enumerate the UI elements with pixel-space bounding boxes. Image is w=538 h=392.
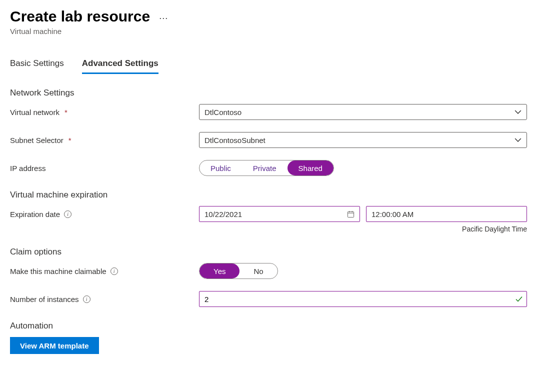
label-virtual-network-text: Virtual network [10, 108, 60, 116]
timezone-note: Pacific Daylight Time [10, 225, 527, 233]
calendar-icon [347, 210, 354, 218]
input-number-of-instances[interactable] [199, 291, 527, 307]
tabs: Basic Settings Advanced Settings [10, 58, 528, 74]
info-icon[interactable]: i [110, 268, 118, 275]
toggle-ip-address: Public Private Shared [199, 160, 334, 176]
tab-advanced-settings[interactable]: Advanced Settings [82, 58, 158, 74]
chevron-down-icon [514, 136, 522, 144]
label-make-claimable-text: Make this machine claimable [10, 267, 106, 276]
pill-ip-private[interactable]: Private [242, 160, 288, 176]
pill-claimable-no[interactable]: No [240, 264, 277, 278]
section-vm-expiration: Virtual machine expiration [10, 190, 528, 200]
required-indicator: * [68, 136, 72, 144]
toggle-claimable: Yes No [199, 263, 278, 279]
info-icon[interactable]: i [64, 210, 72, 218]
info-icon[interactable]: i [83, 296, 90, 303]
section-network-settings: Network Settings [10, 88, 528, 98]
view-arm-template-button[interactable]: View ARM template [10, 337, 99, 354]
label-make-claimable: Make this machine claimable i [10, 267, 199, 276]
label-virtual-network: Virtual network* [10, 108, 199, 116]
tab-basic-settings[interactable]: Basic Settings [10, 58, 64, 74]
dropdown-subnet-selector[interactable]: DtlContosoSubnet [199, 132, 527, 148]
dropdown-virtual-network[interactable]: DtlContoso [199, 104, 527, 120]
label-subnet-selector: Subnet Selector* [10, 136, 199, 144]
page-subtitle: Virtual machine [10, 27, 528, 36]
more-actions-icon[interactable]: ··· [159, 10, 168, 24]
chevron-down-icon [514, 108, 522, 116]
checkmark-icon [515, 295, 523, 303]
dropdown-subnet-selector-value: DtlContosoSubnet [204, 136, 266, 144]
label-number-of-instances-text: Number of instances [10, 295, 79, 304]
page-title: Create lab resource [10, 8, 150, 25]
pill-claimable-yes[interactable]: Yes [200, 264, 240, 278]
label-number-of-instances: Number of instances i [10, 295, 199, 304]
input-expiration-time-value: 12:00:00 AM [372, 210, 414, 218]
input-expiration-time[interactable]: 12:00:00 AM [366, 206, 527, 222]
label-expiration-date-text: Expiration date [10, 210, 60, 218]
label-subnet-selector-text: Subnet Selector [10, 136, 64, 144]
svg-rect-0 [348, 212, 354, 217]
required-indicator: * [64, 108, 68, 116]
pill-ip-public[interactable]: Public [200, 160, 242, 176]
section-automation: Automation [10, 321, 528, 331]
label-ip-address: IP address [10, 164, 199, 172]
section-claim-options: Claim options [10, 247, 528, 257]
pill-ip-shared[interactable]: Shared [288, 160, 334, 176]
input-expiration-date[interactable]: 10/22/2021 [199, 206, 360, 222]
dropdown-virtual-network-value: DtlContoso [204, 108, 242, 116]
label-expiration-date: Expiration date i [10, 210, 199, 218]
input-expiration-date-value: 10/22/2021 [204, 210, 242, 218]
